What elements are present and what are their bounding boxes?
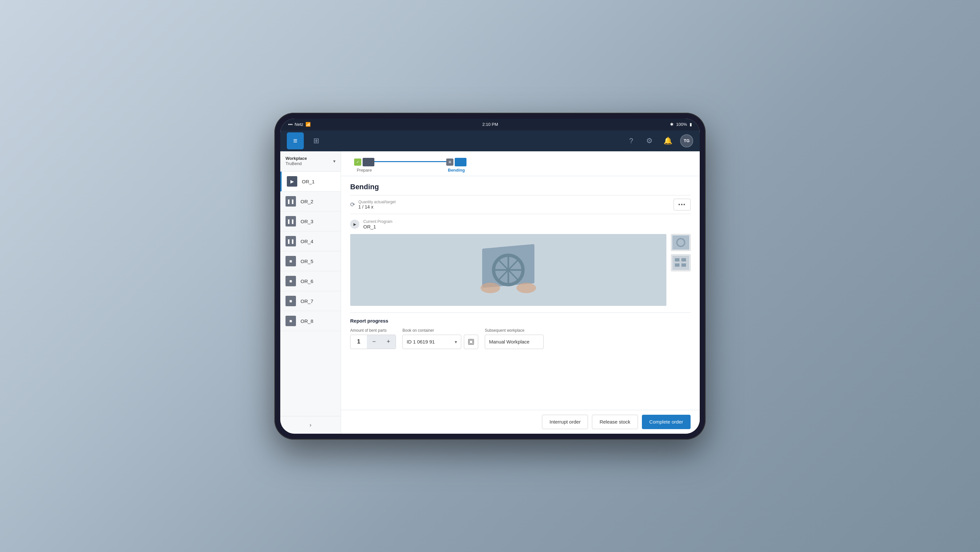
- sidebar-next-icon: ›: [310, 421, 312, 428]
- svg-rect-12: [675, 258, 679, 262]
- sidebar-item-or7-label: OR_7: [301, 298, 313, 304]
- sidebar-item-or6[interactable]: ■ OR_6: [280, 271, 341, 291]
- complete-order-button[interactable]: Complete order: [642, 415, 690, 429]
- sidebar-item-or4[interactable]: ❚❚ OR_4: [280, 231, 341, 251]
- thumb-grid-svg: [672, 255, 689, 270]
- subsequent-value: Manual Workplace: [485, 335, 544, 349]
- main-content: Workplace TruBend ▾ ▶ OR_1 ❚❚ OR_2 ❚❚ OR…: [280, 151, 700, 434]
- thumb-image-svg: [672, 235, 689, 250]
- battery-label: 100%: [676, 122, 687, 127]
- sidebar-item-or5[interactable]: ■ OR_5: [280, 251, 341, 271]
- process-step-prepare: ✓ Prepare: [354, 158, 374, 172]
- bending-step-num-icon: ⊞: [446, 158, 453, 166]
- subsequent-label: Subsequent workplace: [485, 328, 544, 333]
- prepare-step-label: Prepare: [357, 168, 372, 172]
- quantity-decrement-button[interactable]: −: [367, 335, 381, 349]
- bending-image-svg: [463, 237, 554, 303]
- help-icon[interactable]: ?: [625, 135, 637, 147]
- amount-field-group: Amount of bent parts − +: [350, 328, 396, 349]
- svg-rect-11: [672, 255, 689, 270]
- container-field-group: Book on container ID 1 0619 91 ▾: [402, 328, 478, 349]
- sidebar-item-or6-label: OR_6: [301, 278, 313, 284]
- quantity-input[interactable]: [350, 338, 367, 345]
- nav-bar: ≡ ⊞ ? ⚙ 🔔 TG: [280, 131, 700, 151]
- status-signal: ▪▪▪ Netz 📶: [288, 122, 311, 127]
- more-options-button[interactable]: •••: [674, 199, 690, 211]
- sidebar-item-or1-play-icon: ▶: [287, 176, 297, 187]
- notification-icon[interactable]: 🔔: [662, 135, 674, 147]
- program-play-icon[interactable]: ▶: [350, 220, 360, 229]
- network-label: Netz: [295, 122, 304, 127]
- sidebar-item-or3-label: OR_3: [301, 219, 313, 224]
- bluetooth-icon: ✱: [670, 122, 674, 127]
- svg-rect-14: [675, 263, 679, 267]
- grid-view-icon[interactable]: ⊞: [309, 134, 323, 148]
- right-panel: ✓ Prepare ⊞ Bending: [341, 151, 700, 434]
- step-connector: [374, 161, 446, 162]
- sidebar-item-or4-label: OR_4: [301, 239, 313, 244]
- sidebar-item-or8-stop-icon: ■: [285, 316, 296, 326]
- bending-step-label: Bending: [448, 168, 465, 172]
- sidebar-item-or6-stop-icon: ■: [285, 276, 296, 286]
- thumbnail-panel: [671, 234, 690, 306]
- quantity-label: Quantity actual/target: [358, 200, 396, 204]
- sidebar-item-or2-pause-icon: ❚❚: [285, 196, 296, 207]
- prepare-step-block: [363, 158, 374, 166]
- sidebar-item-or7[interactable]: ■ OR_7: [280, 291, 341, 311]
- svg-point-8: [517, 283, 536, 293]
- quantity-value: 1 / 14 x: [358, 204, 396, 209]
- status-right: ✱ 100% ▮: [670, 122, 692, 127]
- bending-step-icons: ⊞: [446, 158, 466, 166]
- sidebar-item-or3[interactable]: ❚❚ OR_3: [280, 211, 341, 231]
- media-area: [350, 234, 690, 306]
- sidebar-item-or3-pause-icon: ❚❚: [285, 216, 296, 227]
- status-bar: ▪▪▪ Netz 📶 2:10 PM ✱ 100% ▮: [280, 119, 700, 131]
- sidebar-item-or8[interactable]: ■ OR_8: [280, 311, 341, 331]
- battery-icon: ▮: [690, 122, 692, 127]
- main-image-inner: [350, 234, 667, 306]
- container-expand-button[interactable]: [464, 335, 478, 349]
- report-title: Report progress: [350, 318, 690, 324]
- process-step-bending: ⊞ Bending: [446, 158, 466, 172]
- svg-point-7: [480, 283, 500, 293]
- release-stock-button[interactable]: Release stock: [592, 415, 638, 429]
- sidebar-item-or4-pause-icon: ❚❚: [285, 236, 296, 246]
- thumbnail-image-item[interactable]: [671, 234, 690, 251]
- logo-icon[interactable]: ≡: [287, 132, 304, 149]
- main-image: [350, 234, 667, 306]
- nav-right-icons: ? ⚙ 🔔 TG: [625, 134, 693, 147]
- sidebar-item-or7-stop-icon: ■: [285, 296, 296, 306]
- report-fields: Amount of bent parts − + Book on contain…: [350, 328, 690, 349]
- user-avatar[interactable]: TG: [680, 134, 693, 147]
- expand-icon: [468, 339, 474, 345]
- thumbnail-grid-inner: [671, 255, 690, 271]
- bending-step-block: [455, 158, 466, 166]
- program-details: Current Program OR_1: [363, 219, 392, 230]
- svg-rect-17: [469, 340, 473, 343]
- sidebar: Workplace TruBend ▾ ▶ OR_1 ❚❚ OR_2 ❚❚ OR…: [280, 151, 341, 434]
- tablet-device: ▪▪▪ Netz 📶 2:10 PM ✱ 100% ▮ ≡ ⊞ ? ⚙ 🔔 TG: [274, 113, 706, 440]
- sidebar-header-chevron-icon: ▾: [333, 158, 336, 164]
- sidebar-item-or5-stop-icon: ■: [285, 256, 296, 266]
- svg-rect-9: [672, 235, 689, 250]
- sidebar-next-button[interactable]: ›: [280, 416, 341, 434]
- container-dropdown-icon: ▾: [455, 339, 457, 345]
- content-area: Bending ⟳ Quantity actual/target 1 / 14 …: [341, 176, 700, 410]
- signal-bars-icon: ▪▪▪: [288, 122, 293, 127]
- sidebar-item-or2[interactable]: ❚❚ OR_2: [280, 191, 341, 211]
- settings-icon[interactable]: ⚙: [644, 135, 655, 147]
- container-label: Book on container: [402, 328, 478, 333]
- thumbnail-grid-item[interactable]: [671, 254, 690, 271]
- workplace-label: Workplace: [285, 156, 307, 161]
- prepare-check-icon: ✓: [354, 158, 361, 166]
- interrupt-order-button[interactable]: Interrupt order: [542, 415, 588, 429]
- amount-label: Amount of bent parts: [350, 328, 396, 333]
- sidebar-item-or5-label: OR_5: [301, 258, 313, 264]
- sidebar-header[interactable]: Workplace TruBend ▾: [280, 151, 341, 172]
- sidebar-item-or1-label: OR_1: [302, 179, 315, 184]
- quantity-increment-button[interactable]: +: [381, 335, 396, 349]
- sidebar-item-or2-label: OR_2: [301, 199, 313, 204]
- container-select[interactable]: ID 1 0619 91 ▾: [402, 335, 461, 349]
- sidebar-item-or1[interactable]: ▶ OR_1: [280, 172, 341, 191]
- prepare-step-icons: ✓: [354, 158, 374, 166]
